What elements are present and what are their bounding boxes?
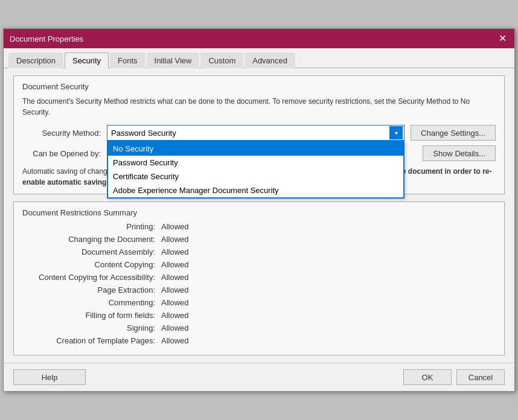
restriction-page-extraction: Page Extraction: Allowed bbox=[22, 285, 496, 294]
help-button[interactable]: Help bbox=[13, 369, 86, 385]
document-security-section: Document Security The document's Securit… bbox=[13, 75, 505, 194]
tab-security[interactable]: Security bbox=[65, 52, 109, 68]
tab-content: Document Security The document's Securit… bbox=[4, 68, 514, 363]
dropdown-item-adobe-security[interactable]: Adobe Experience Manager Document Securi… bbox=[108, 183, 403, 197]
security-method-dropdown-container: Password Security ▾ No Security Password… bbox=[107, 125, 404, 141]
close-button[interactable]: ✕ bbox=[496, 33, 508, 45]
restriction-form-fields: Filling of form fields: Allowed bbox=[22, 311, 496, 320]
restriction-changing: Changing the Document: Allowed bbox=[22, 235, 496, 244]
restriction-content-copying-label: Content Copying: bbox=[22, 260, 161, 269]
restriction-assembly-value: Allowed bbox=[161, 247, 189, 256]
restriction-signing: Signing: Allowed bbox=[22, 323, 496, 332]
tab-fonts[interactable]: Fonts bbox=[110, 52, 145, 68]
dropdown-item-no-security[interactable]: No Security bbox=[108, 142, 403, 156]
restriction-assembly-label: Document Assembly: bbox=[22, 247, 161, 256]
tab-advanced[interactable]: Advanced bbox=[245, 52, 295, 68]
restriction-printing: Printing: Allowed bbox=[22, 222, 496, 231]
cancel-button[interactable]: Cancel bbox=[456, 369, 505, 385]
restriction-form-fields-label: Filling of form fields: bbox=[22, 311, 161, 320]
dropdown-item-certificate-security[interactable]: Certificate Security bbox=[108, 170, 403, 183]
restriction-printing-label: Printing: bbox=[22, 222, 161, 231]
restriction-content-copying: Content Copying: Allowed bbox=[22, 260, 496, 269]
dropdown-arrow-icon: ▾ bbox=[389, 126, 403, 139]
restriction-page-extraction-value: Allowed bbox=[161, 285, 189, 294]
restriction-printing-value: Allowed bbox=[161, 222, 189, 231]
restriction-template-pages-label: Creation of Template Pages: bbox=[22, 336, 161, 345]
restriction-accessibility-value: Allowed bbox=[161, 273, 189, 282]
security-method-row: Security Method: Password Security ▾ No … bbox=[22, 125, 496, 141]
restriction-signing-value: Allowed bbox=[161, 323, 189, 332]
restriction-accessibility-label: Content Copying for Accessibility: bbox=[22, 273, 161, 282]
restriction-template-pages: Creation of Template Pages: Allowed bbox=[22, 336, 496, 345]
restriction-signing-label: Signing: bbox=[22, 323, 161, 332]
restriction-commenting: Commenting: Allowed bbox=[22, 298, 496, 307]
dialog-title: Document Properties bbox=[10, 34, 83, 43]
restriction-template-pages-value: Allowed bbox=[161, 336, 189, 345]
security-method-select[interactable]: Password Security ▾ bbox=[107, 125, 404, 141]
restrictions-section-title: Document Restrictions Summary bbox=[22, 208, 496, 217]
tab-initial-view[interactable]: Initial View bbox=[147, 52, 200, 68]
change-settings-button[interactable]: Change Settings... bbox=[411, 125, 496, 141]
title-bar: Document Properties ✕ bbox=[4, 29, 514, 48]
restriction-commenting-value: Allowed bbox=[161, 298, 189, 307]
restriction-assembly: Document Assembly: Allowed bbox=[22, 247, 496, 256]
can-be-opened-label: Can be Opened by: bbox=[22, 149, 107, 158]
bottom-bar: Help OK Cancel bbox=[4, 363, 514, 391]
restriction-changing-label: Changing the Document: bbox=[22, 235, 161, 244]
security-description: The document's Security Method restricts… bbox=[22, 96, 496, 118]
security-section-title: Document Security bbox=[22, 82, 496, 91]
restriction-accessibility: Content Copying for Accessibility: Allow… bbox=[22, 273, 496, 282]
bottom-right-buttons: OK Cancel bbox=[403, 369, 505, 385]
ok-button[interactable]: OK bbox=[403, 369, 452, 385]
security-dropdown-popup: No Security Password Security Certificat… bbox=[107, 141, 404, 199]
show-details-button[interactable]: Show Details... bbox=[423, 145, 496, 161]
restriction-commenting-label: Commenting: bbox=[22, 298, 161, 307]
security-method-label: Security Method: bbox=[22, 129, 107, 138]
restriction-form-fields-value: Allowed bbox=[161, 311, 189, 320]
document-properties-dialog: Document Properties ✕ Description Securi… bbox=[3, 28, 515, 392]
restriction-content-copying-value: Allowed bbox=[161, 260, 189, 269]
restriction-changing-value: Allowed bbox=[161, 235, 189, 244]
tab-description[interactable]: Description bbox=[8, 52, 63, 68]
security-method-value: Password Security bbox=[111, 129, 389, 138]
tab-bar: Description Security Fonts Initial View … bbox=[4, 48, 514, 68]
dropdown-item-password-security[interactable]: Password Security bbox=[108, 156, 403, 170]
restriction-page-extraction-label: Page Extraction: bbox=[22, 285, 161, 294]
restrictions-section: Document Restrictions Summary Printing: … bbox=[13, 202, 505, 355]
tab-custom[interactable]: Custom bbox=[200, 52, 243, 68]
